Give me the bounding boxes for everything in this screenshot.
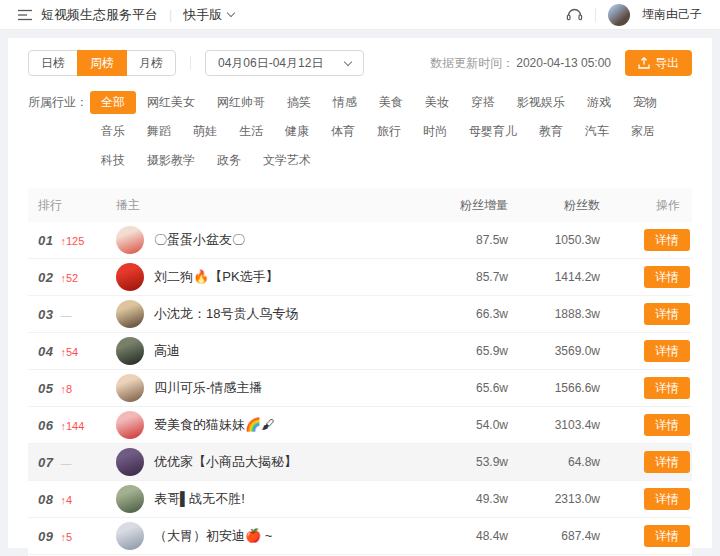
- chevron-down-icon: [227, 9, 235, 17]
- industry-option[interactable]: 文学艺术: [252, 149, 322, 172]
- rank-number: 06: [38, 418, 53, 433]
- industry-option[interactable]: 美妆: [414, 91, 460, 114]
- rank-table: 排行 播主 粉丝增量 粉丝数 操作 01 ↑125 〇蛋蛋小盆友〇 87.5w …: [28, 188, 692, 556]
- detail-button[interactable]: 详情: [644, 303, 690, 325]
- table-row: 07 — 优优家【小商品大揭秘】 53.9w 64.8w 详情: [28, 444, 692, 481]
- fans-gain: 65.6w: [436, 381, 508, 395]
- rank-period-tab[interactable]: 月榜: [126, 50, 176, 76]
- streamer-name[interactable]: 刘二狗🔥【PK选手】: [154, 268, 279, 286]
- industry-option[interactable]: 科技: [90, 149, 136, 172]
- industry-option[interactable]: 旅行: [366, 120, 412, 143]
- headset-icon[interactable]: [566, 7, 583, 22]
- detail-button[interactable]: 详情: [644, 414, 690, 436]
- table-row: 09 ↑5 （大胃）初安迪🍎 ~ 48.4w 687.4w 详情: [28, 518, 692, 555]
- streamer-avatar[interactable]: [116, 226, 144, 254]
- fans-gain: 66.3w: [436, 307, 508, 321]
- streamer-avatar[interactable]: [116, 337, 144, 365]
- table-row: 01 ↑125 〇蛋蛋小盆友〇 87.5w 1050.3w 详情: [28, 222, 692, 259]
- username[interactable]: 堙南由己子: [642, 6, 702, 23]
- streamer-avatar[interactable]: [116, 485, 144, 513]
- table-row: 04 ↑54 高迪 65.9w 3569.0w 详情: [28, 333, 692, 370]
- table-row: 02 ↑52 刘二狗🔥【PK选手】 85.7w 1414.2w 详情: [28, 259, 692, 296]
- platform-title: 短视频生态服务平台: [41, 6, 158, 24]
- industry-option[interactable]: 萌娃: [182, 120, 228, 143]
- toolbar: 日榜周榜月榜 04月06日-04月12日 数据更新时间：2020-04-13 0…: [28, 50, 692, 76]
- detail-button[interactable]: 详情: [644, 525, 690, 547]
- rank-change: ↑4: [60, 494, 72, 506]
- industry-option[interactable]: 搞笑: [276, 91, 322, 114]
- col-fans: 粉丝数: [508, 197, 600, 214]
- detail-button[interactable]: 详情: [644, 340, 690, 362]
- industry-option[interactable]: 网红帅哥: [206, 91, 276, 114]
- streamer-avatar[interactable]: [116, 300, 144, 328]
- fans-total: 3103.4w: [508, 418, 600, 432]
- streamer-name[interactable]: 四川可乐-情感主播: [154, 379, 262, 397]
- fans-gain: 85.7w: [436, 270, 508, 284]
- detail-button[interactable]: 详情: [644, 377, 690, 399]
- date-range-select[interactable]: 04月06日-04月12日: [205, 50, 364, 76]
- industry-option[interactable]: 美食: [368, 91, 414, 114]
- industry-option[interactable]: 教育: [528, 120, 574, 143]
- fans-gain: 87.5w: [436, 233, 508, 247]
- version-select[interactable]: 快手版: [183, 6, 234, 24]
- industry-option[interactable]: 汽车: [574, 120, 620, 143]
- rank-change: ↑125: [60, 235, 84, 247]
- industry-filter: 所属行业： 全部网红美女网红帅哥搞笑情感美食美妆穿搭影视娱乐游戏宠物音乐舞蹈萌娃…: [28, 91, 692, 178]
- industry-option[interactable]: 母婴育儿: [458, 120, 528, 143]
- industry-option[interactable]: 摄影教学: [136, 149, 206, 172]
- industry-option[interactable]: 游戏: [576, 91, 622, 114]
- industry-filter-label: 所属行业：: [28, 91, 90, 178]
- streamer-name[interactable]: 小沈龙：18号贵人鸟专场: [154, 305, 298, 323]
- rank-change: ↑8: [60, 383, 72, 395]
- detail-button[interactable]: 详情: [644, 488, 690, 510]
- streamer-name[interactable]: 〇蛋蛋小盆友〇: [154, 231, 245, 249]
- streamer-name[interactable]: 爱美食的猫妹妹🌈🖌: [154, 416, 274, 434]
- streamer-avatar[interactable]: [116, 522, 144, 550]
- streamer-name[interactable]: 优优家【小商品大揭秘】: [154, 453, 297, 471]
- data-update-time: 数据更新时间：2020-04-13 05:00: [430, 55, 611, 72]
- detail-button[interactable]: 详情: [644, 266, 690, 288]
- table-row: 05 ↑8 四川可乐-情感主播 65.6w 1566.6w 详情: [28, 370, 692, 407]
- streamer-avatar[interactable]: [116, 263, 144, 291]
- rank-number: 01: [38, 233, 53, 248]
- fans-total: 1566.6w: [508, 381, 600, 395]
- industry-option[interactable]: 体育: [320, 120, 366, 143]
- industry-option[interactable]: 政务: [206, 149, 252, 172]
- fans-total: 64.8w: [508, 455, 600, 469]
- streamer-avatar[interactable]: [116, 411, 144, 439]
- streamer-name[interactable]: 表哥▌战无不胜!: [154, 490, 245, 508]
- export-button[interactable]: 导出: [625, 50, 692, 76]
- fans-gain: 48.4w: [436, 529, 508, 543]
- rank-number: 02: [38, 270, 53, 285]
- main-card: 日榜周榜月榜 04月06日-04月12日 数据更新时间：2020-04-13 0…: [8, 38, 712, 548]
- industry-option[interactable]: 舞蹈: [136, 120, 182, 143]
- detail-button[interactable]: 详情: [644, 451, 690, 473]
- streamer-name[interactable]: 高迪: [154, 342, 180, 360]
- industry-option[interactable]: 时尚: [412, 120, 458, 143]
- streamer-avatar[interactable]: [116, 448, 144, 476]
- version-label: 快手版: [183, 6, 222, 24]
- industry-option[interactable]: 音乐: [90, 120, 136, 143]
- rank-number: 08: [38, 492, 53, 507]
- rank-number: 09: [38, 529, 53, 544]
- industry-option[interactable]: 穿搭: [460, 91, 506, 114]
- user-avatar[interactable]: [608, 4, 630, 26]
- streamer-name[interactable]: （大胃）初安迪🍎 ~: [154, 527, 272, 545]
- industry-option[interactable]: 网红美女: [136, 91, 206, 114]
- detail-button[interactable]: 详情: [644, 229, 690, 251]
- industry-option[interactable]: 全部: [90, 91, 136, 114]
- industry-option[interactable]: 生活: [228, 120, 274, 143]
- topbar-left: 短视频生态服务平台 | 快手版: [18, 6, 234, 24]
- rank-period-tab[interactable]: 日榜: [28, 50, 78, 76]
- industry-option[interactable]: 健康: [274, 120, 320, 143]
- industry-option[interactable]: 家居: [620, 120, 666, 143]
- table-row: 08 ↑4 表哥▌战无不胜! 49.3w 2313.0w 详情: [28, 481, 692, 518]
- menu-fold-icon[interactable]: [18, 9, 32, 21]
- industry-option[interactable]: 情感: [322, 91, 368, 114]
- industry-option[interactable]: 影视娱乐: [506, 91, 576, 114]
- industry-option[interactable]: 宠物: [622, 91, 668, 114]
- streamer-avatar[interactable]: [116, 374, 144, 402]
- rank-period-tab[interactable]: 周榜: [77, 50, 127, 76]
- table-row: 06 ↑144 爱美食的猫妹妹🌈🖌 54.0w 3103.4w 详情: [28, 407, 692, 444]
- fans-gain: 54.0w: [436, 418, 508, 432]
